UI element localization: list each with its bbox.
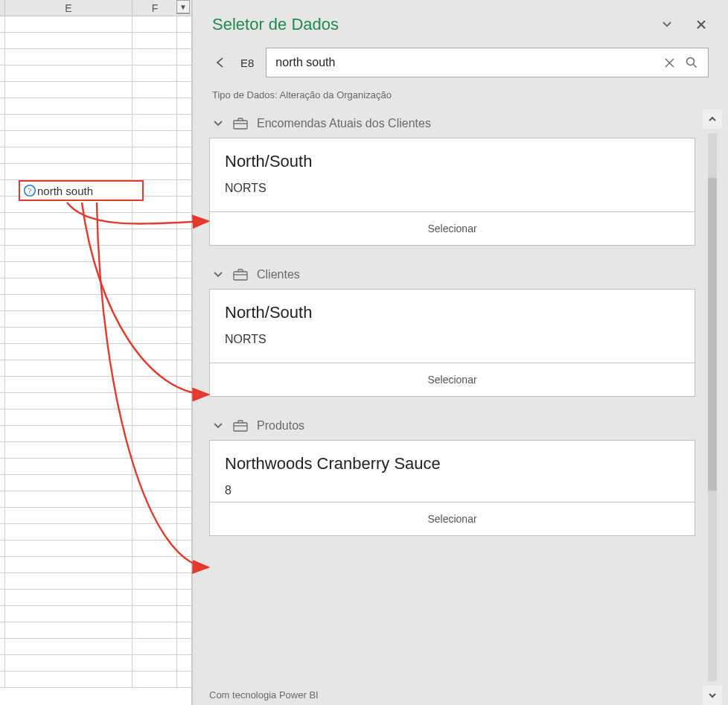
- grid-cell[interactable]: [0, 508, 5, 523]
- grid-row[interactable]: [0, 459, 191, 475]
- grid-cell[interactable]: [0, 164, 5, 179]
- grid-cell[interactable]: [5, 33, 132, 48]
- grid-row[interactable]: [0, 590, 191, 606]
- grid-cell[interactable]: [132, 524, 177, 540]
- scroll-down-button[interactable]: [703, 686, 722, 705]
- grid-cell[interactable]: [5, 491, 132, 507]
- grid-cell[interactable]: [0, 426, 5, 441]
- search-input[interactable]: [275, 56, 654, 69]
- grid-cell[interactable]: [0, 98, 5, 114]
- grid-cell[interactable]: [0, 16, 5, 32]
- grid-cell[interactable]: [0, 671, 5, 687]
- grid-cell[interactable]: [5, 590, 132, 605]
- scroll-thumb[interactable]: [708, 178, 717, 491]
- grid-cell[interactable]: [0, 573, 5, 589]
- grid-cell[interactable]: [132, 590, 177, 605]
- grid-cell[interactable]: [5, 655, 132, 671]
- grid-row[interactable]: [0, 475, 191, 491]
- grid-cell[interactable]: [0, 66, 5, 81]
- grid-row[interactable]: [0, 639, 191, 655]
- grid-cell[interactable]: [0, 475, 5, 491]
- grid-row[interactable]: [0, 213, 191, 229]
- select-button[interactable]: Selecionar: [210, 502, 695, 535]
- cells-area[interactable]: [0, 16, 191, 705]
- grid-cell[interactable]: [0, 262, 5, 278]
- grid-cell[interactable]: [132, 33, 177, 48]
- grid-cell[interactable]: [132, 508, 177, 523]
- grid-cell[interactable]: [0, 606, 5, 622]
- grid-cell[interactable]: [5, 131, 132, 147]
- grid-cell[interactable]: [132, 82, 177, 98]
- clear-icon[interactable]: [662, 55, 677, 70]
- grid-cell[interactable]: [5, 16, 132, 32]
- grid-scroll-down-button[interactable]: ▼: [176, 0, 190, 13]
- grid-row[interactable]: [0, 508, 191, 524]
- grid-cell[interactable]: [132, 377, 177, 392]
- grid-cell[interactable]: [5, 459, 132, 474]
- grid-cell[interactable]: [132, 66, 177, 81]
- grid-cell[interactable]: [5, 213, 132, 229]
- grid-cell[interactable]: [0, 147, 5, 163]
- grid-row[interactable]: [0, 66, 191, 82]
- grid-cell[interactable]: [0, 229, 5, 245]
- grid-cell[interactable]: [0, 557, 5, 572]
- grid-cell[interactable]: [0, 639, 5, 654]
- grid-cell[interactable]: [132, 655, 177, 671]
- grid-row[interactable]: [0, 328, 191, 344]
- grid-cell[interactable]: [0, 377, 5, 392]
- grid-cell[interactable]: [5, 360, 132, 376]
- grid-cell[interactable]: [0, 524, 5, 540]
- grid-row[interactable]: [0, 622, 191, 639]
- grid-cell[interactable]: [5, 262, 132, 278]
- search-box[interactable]: [266, 48, 709, 77]
- pane-close-button[interactable]: [694, 17, 709, 32]
- grid-row[interactable]: [0, 524, 191, 540]
- grid-row[interactable]: [0, 409, 191, 426]
- grid-cell[interactable]: [132, 491, 177, 507]
- grid-row[interactable]: [0, 278, 191, 295]
- grid-row[interactable]: [0, 344, 191, 360]
- grid-cell[interactable]: [132, 426, 177, 441]
- section-header-encomendas[interactable]: Encomendas Atuais dos Clientes: [209, 109, 695, 138]
- grid-cell[interactable]: [132, 98, 177, 114]
- grid-cell[interactable]: [5, 98, 132, 114]
- grid-row[interactable]: [0, 16, 191, 33]
- grid-cell[interactable]: [5, 246, 132, 261]
- grid-cell[interactable]: [132, 278, 177, 294]
- grid-cell[interactable]: [5, 115, 132, 130]
- scroll-up-button[interactable]: [703, 109, 722, 129]
- grid-cell[interactable]: [5, 639, 132, 654]
- grid-cell[interactable]: [5, 508, 132, 523]
- grid-cell[interactable]: [0, 360, 5, 376]
- section-header-produtos[interactable]: Produtos: [209, 412, 695, 440]
- grid-cell[interactable]: [5, 426, 132, 441]
- grid-cell[interactable]: [132, 328, 177, 343]
- grid-cell[interactable]: [132, 213, 177, 229]
- grid-cell[interactable]: [132, 147, 177, 163]
- grid-row[interactable]: [0, 360, 191, 377]
- grid-cell[interactable]: [132, 671, 177, 687]
- section-header-clientes[interactable]: Clientes: [209, 261, 695, 289]
- grid-row[interactable]: [0, 573, 191, 590]
- grid-cell[interactable]: [132, 131, 177, 147]
- grid-cell[interactable]: [5, 66, 132, 81]
- grid-cell[interactable]: [5, 229, 132, 245]
- grid-cell[interactable]: [132, 622, 177, 638]
- grid-row[interactable]: [0, 540, 191, 557]
- grid-cell[interactable]: [5, 49, 132, 65]
- grid-cell[interactable]: [5, 540, 132, 556]
- grid-row[interactable]: [0, 147, 191, 164]
- grid-cell[interactable]: [5, 622, 132, 638]
- grid-cell[interactable]: [132, 393, 177, 409]
- grid-cell[interactable]: [132, 639, 177, 654]
- grid-cell[interactable]: [0, 213, 5, 229]
- grid-cell[interactable]: [0, 49, 5, 65]
- grid-cell[interactable]: [0, 590, 5, 605]
- grid-row[interactable]: [0, 393, 191, 409]
- grid-cell[interactable]: [132, 409, 177, 425]
- grid-cell[interactable]: [132, 540, 177, 556]
- grid-cell[interactable]: [132, 606, 177, 622]
- grid-cell[interactable]: [132, 459, 177, 474]
- grid-row[interactable]: [0, 262, 191, 278]
- grid-row[interactable]: [0, 426, 191, 442]
